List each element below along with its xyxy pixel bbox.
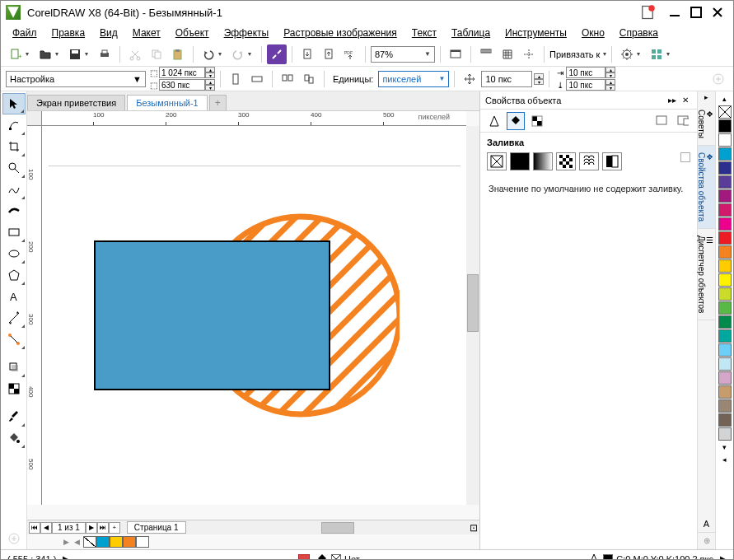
palette-swatch[interactable] <box>718 203 732 217</box>
docpal-menu[interactable]: ▶ <box>63 538 69 546</box>
text-tool[interactable]: A <box>2 286 26 307</box>
palette-swatch[interactable] <box>718 217 732 231</box>
redo-button[interactable] <box>228 44 248 64</box>
snap-to-combo[interactable]: Привязать к ▾ <box>549 46 606 63</box>
publish-pdf-button[interactable]: PDF <box>340 44 360 64</box>
freehand-tool[interactable] <box>2 179 26 200</box>
palette-swatch[interactable] <box>718 147 732 161</box>
docpal-swatch[interactable] <box>123 536 136 548</box>
landscape-button[interactable] <box>247 69 267 89</box>
palette-swatch[interactable] <box>718 245 732 259</box>
options-button[interactable] <box>617 44 637 64</box>
uniform-fill-button[interactable] <box>510 152 530 170</box>
palette-swatch[interactable] <box>718 399 732 413</box>
portrait-button[interactable] <box>226 69 245 89</box>
palette-swatch[interactable] <box>718 231 732 245</box>
palette-swatch[interactable] <box>718 427 732 441</box>
palette-swatch-none[interactable] <box>718 105 732 119</box>
save-split[interactable]: ▾ <box>85 50 91 58</box>
palette-swatch[interactable] <box>718 133 732 147</box>
ruler-horizontal[interactable]: пикселей 100 200 300 400 500 <box>42 111 466 126</box>
save-button[interactable] <box>65 44 85 64</box>
page-add[interactable]: + <box>109 522 120 534</box>
current-page-button[interactable] <box>299 69 319 89</box>
zoom-tool[interactable] <box>2 157 26 179</box>
options-split[interactable]: ▾ <box>637 50 643 58</box>
palette-swatch[interactable] <box>718 189 732 203</box>
status-coord-menu[interactable]: ▶ <box>63 554 69 560</box>
docker-tab-hints[interactable]: ❖Советы <box>698 103 715 146</box>
rectangle-tool[interactable] <box>2 222 26 243</box>
status-outline-indicator[interactable]: C:0 M:0 Y:0 K:100 2 пкс <box>588 553 713 561</box>
no-fill-button[interactable] <box>487 152 507 170</box>
palette-swatch[interactable] <box>718 301 732 315</box>
palette-swatch[interactable] <box>718 413 732 427</box>
scrollbar-vertical[interactable] <box>466 126 479 505</box>
palette-swatch[interactable] <box>718 371 732 385</box>
palette-up[interactable]: ▴ <box>718 93 732 105</box>
pattern-fill-button[interactable] <box>556 152 576 170</box>
scroll-thumb-h[interactable] <box>321 522 354 534</box>
pick-tool[interactable] <box>2 93 26 114</box>
menu-table[interactable]: Таблица <box>445 26 497 40</box>
tab-document[interactable]: Безымянный-1 <box>127 95 208 110</box>
artistic-media-tool[interactable] <box>2 200 26 222</box>
docker-close[interactable]: ✕ <box>679 95 692 106</box>
page-prev[interactable]: ◀ <box>40 522 52 534</box>
palette-expand[interactable]: ◂ <box>718 454 732 465</box>
import-button[interactable] <box>297 44 317 64</box>
docker-side-arrow[interactable]: ▸ <box>698 91 715 103</box>
canvas[interactable] <box>42 126 466 505</box>
page-tab-1[interactable]: Страница 1 <box>127 521 186 534</box>
palette-swatch[interactable] <box>718 329 732 343</box>
menu-text[interactable]: Текст <box>405 26 443 40</box>
docpal-swatch[interactable] <box>96 536 110 548</box>
docpal-swatch[interactable] <box>136 536 149 548</box>
app-launcher-button[interactable] <box>647 44 666 64</box>
polygon-tool[interactable] <box>2 264 26 286</box>
ellipse-tool[interactable] <box>2 243 26 264</box>
print-button[interactable] <box>95 44 115 64</box>
palette-swatch[interactable] <box>718 385 732 399</box>
menu-bitmaps[interactable]: Растровые изображения <box>277 26 404 40</box>
menu-effects[interactable]: Эффекты <box>217 26 276 40</box>
texture-fill-button[interactable] <box>579 152 599 170</box>
parallel-dimension-tool[interactable] <box>2 307 26 329</box>
show-guides-button[interactable] <box>519 44 539 64</box>
show-grid-button[interactable] <box>498 44 517 64</box>
menu-file[interactable]: Файл <box>6 26 44 40</box>
palette-swatch[interactable] <box>718 315 732 329</box>
transparency-tool[interactable] <box>2 378 26 399</box>
export-button[interactable] <box>319 44 339 64</box>
paste-button[interactable] <box>168 44 188 64</box>
palette-swatch[interactable] <box>718 343 732 357</box>
open-split[interactable]: ▾ <box>55 50 62 58</box>
transparency-tab-icon[interactable] <box>528 112 546 130</box>
palette-swatch[interactable] <box>718 357 732 371</box>
docker-tab-object-manager[interactable]: ☰Диспетчер объектов <box>698 229 715 320</box>
close-button[interactable] <box>707 4 728 21</box>
dup-x-spinner[interactable]: ▴▾ <box>605 67 615 78</box>
menu-window[interactable]: Окно <box>575 26 611 40</box>
menu-view[interactable]: Вид <box>93 26 124 40</box>
palette-swatch[interactable] <box>718 287 732 301</box>
interactive-fill-tool[interactable] <box>2 427 26 449</box>
tab-welcome[interactable]: Экран приветствия <box>27 95 125 110</box>
shape-tool[interactable] <box>2 114 26 136</box>
docpal-swatch-none[interactable] <box>83 536 96 548</box>
docker-tab-text[interactable]: A <box>698 516 715 533</box>
ruler-origin[interactable] <box>27 111 42 126</box>
page-width-input[interactable] <box>159 67 205 78</box>
crop-tool[interactable] <box>2 136 26 157</box>
status-color-proof[interactable] <box>298 554 310 561</box>
docker-detach-icon[interactable] <box>652 112 671 130</box>
maximize-button[interactable] <box>685 4 707 21</box>
add-propbar-button[interactable] <box>708 69 728 89</box>
page-last[interactable]: ⏭ <box>97 522 109 534</box>
palette-swatch[interactable] <box>718 259 732 273</box>
scroll-thumb-v[interactable] <box>467 274 479 332</box>
fill-lock-icon[interactable] <box>680 152 690 162</box>
cut-button[interactable] <box>125 44 145 64</box>
nudge-spinner[interactable]: ▴▾ <box>534 73 544 85</box>
outline-tab-icon[interactable] <box>485 112 503 130</box>
